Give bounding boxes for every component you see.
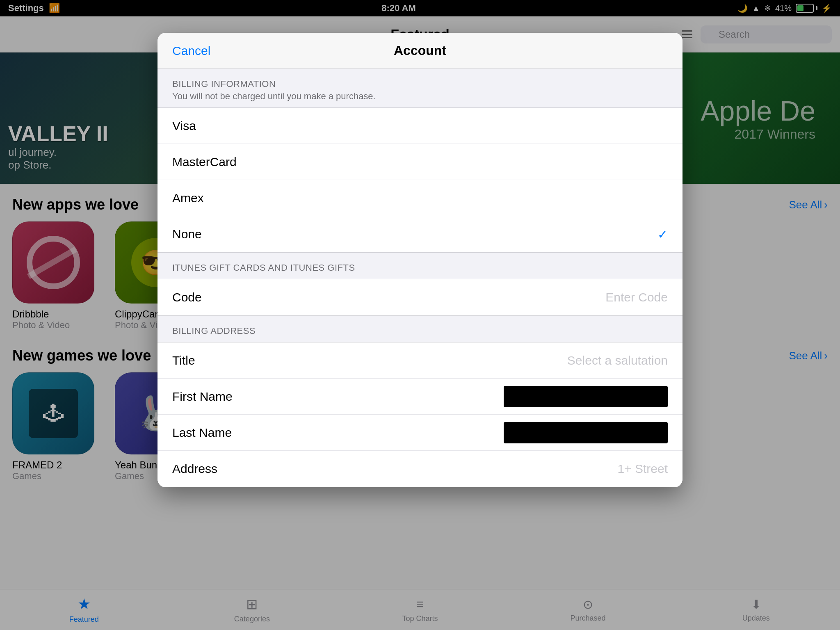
last-name-input[interactable]	[504, 422, 668, 443]
billing-address-group: Title Select a salutation First Name Las…	[158, 342, 682, 487]
code-row[interactable]: Code Enter Code	[158, 279, 682, 315]
payment-visa[interactable]: Visa	[158, 108, 682, 144]
address-row[interactable]: Address 1+ Street	[158, 451, 682, 487]
code-placeholder: Enter Code	[605, 290, 668, 304]
first-name-label: First Name	[172, 390, 233, 404]
modal-cancel-button[interactable]: Cancel	[172, 44, 210, 58]
title-label: Title	[172, 354, 195, 368]
modal-header: Cancel Account	[158, 33, 682, 69]
billing-info-title: BILLING INFORMATION	[172, 79, 668, 89]
payment-options-group: Visa MasterCard Amex None ✓	[158, 107, 682, 253]
visa-label: Visa	[172, 119, 196, 133]
account-modal: Cancel Account BILLING INFORMATION You w…	[158, 33, 682, 487]
amex-label: Amex	[172, 191, 204, 205]
payment-mastercard[interactable]: MasterCard	[158, 144, 682, 180]
mastercard-label: MasterCard	[172, 155, 237, 169]
modal-title: Account	[394, 43, 446, 58]
billing-info-header: BILLING INFORMATION You will not be char…	[158, 69, 682, 107]
first-name-row[interactable]: First Name	[158, 379, 682, 415]
payment-none[interactable]: None ✓	[158, 216, 682, 252]
title-placeholder: Select a salutation	[567, 354, 668, 368]
first-name-input[interactable]	[504, 386, 668, 407]
billing-address-header: BILLING ADDRESS	[158, 316, 682, 342]
title-row[interactable]: Title Select a salutation	[158, 342, 682, 379]
none-label: None	[172, 227, 202, 241]
last-name-row[interactable]: Last Name	[158, 415, 682, 451]
billing-info-subtitle: You will not be charged until you make a…	[172, 91, 668, 102]
billing-address-title: BILLING ADDRESS	[172, 326, 668, 336]
payment-amex[interactable]: Amex	[158, 180, 682, 216]
gift-cards-header: ITUNES GIFT CARDS AND ITUNES GIFTS	[158, 253, 682, 279]
last-name-label: Last Name	[172, 426, 232, 440]
address-label: Address	[172, 462, 217, 476]
address-placeholder: 1+ Street	[617, 462, 668, 476]
gift-cards-group: Code Enter Code	[158, 279, 682, 316]
none-checkmark: ✓	[657, 227, 668, 242]
gift-cards-title: ITUNES GIFT CARDS AND ITUNES GIFTS	[172, 262, 668, 273]
code-label: Code	[172, 290, 202, 304]
